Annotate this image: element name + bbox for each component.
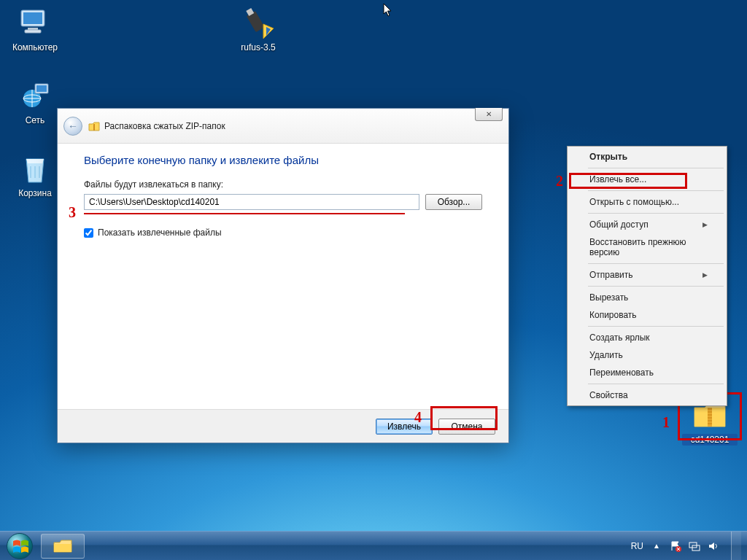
ctx-send-to[interactable]: Отправить▶ bbox=[569, 266, 725, 284]
taskbar: RU ▲ bbox=[0, 531, 747, 560]
network-icon bbox=[18, 79, 53, 114]
svg-rect-7 bbox=[36, 85, 47, 92]
desktop-icon-label: Сеть bbox=[7, 115, 63, 125]
system-tray: RU ▲ bbox=[625, 532, 747, 561]
svg-rect-1 bbox=[23, 12, 42, 24]
browse-button[interactable]: Обзор... bbox=[425, 194, 482, 210]
wizard-body: Выберите конечную папку и извлеките файл… bbox=[58, 144, 508, 443]
cancel-button[interactable]: Отмена bbox=[438, 419, 495, 435]
desktop-icon-network[interactable]: Сеть bbox=[7, 79, 63, 125]
desktop-icon-label: Корзина bbox=[7, 188, 63, 198]
context-menu: Открыть Извлечь все... Открыть с помощью… bbox=[567, 146, 727, 406]
annotation-number-3: 3 bbox=[69, 205, 76, 219]
annotation-number-1: 1 bbox=[662, 415, 670, 429]
desktop-icon-recycle[interactable]: Корзина bbox=[7, 152, 63, 198]
wizard-titlebar[interactable]: ← Распаковка сжатых ZIP-папок ✕ bbox=[58, 109, 508, 144]
ctx-rename[interactable]: Переименовать bbox=[569, 364, 725, 381]
wizard-footer: Извлечь Отмена bbox=[58, 409, 508, 443]
show-files-checkbox-row[interactable]: Показать извлеченные файлы bbox=[84, 228, 482, 238]
volume-tray-icon[interactable] bbox=[708, 540, 719, 552]
show-desktop-button[interactable] bbox=[731, 532, 741, 561]
extract-wizard-window: ← Распаковка сжатых ZIP-папок ✕ Выберите… bbox=[57, 108, 509, 443]
svg-rect-3 bbox=[25, 30, 41, 33]
tray-show-hidden-icon[interactable]: ▲ bbox=[651, 540, 662, 552]
close-button[interactable]: ✕ bbox=[475, 108, 503, 121]
submenu-arrow-icon: ▶ bbox=[703, 271, 708, 279]
extract-button[interactable]: Извлечь bbox=[376, 419, 433, 435]
wizard-heading: Выберите конечную папку и извлеките файл… bbox=[84, 154, 482, 166]
show-files-label: Показать извлеченные файлы bbox=[98, 228, 222, 238]
ctx-create-shortcut[interactable]: Создать ярлык bbox=[569, 329, 725, 346]
windows-logo-icon bbox=[7, 533, 33, 559]
annotation-number-4b: 4 bbox=[414, 410, 422, 424]
desktop-icon-label: rufus-3.5 bbox=[231, 42, 286, 52]
ctx-restore[interactable]: Восстановить прежнюю версию bbox=[569, 233, 725, 261]
start-button[interactable] bbox=[0, 532, 39, 561]
desktop-icon-label: Компьютер bbox=[7, 42, 63, 52]
ctx-copy[interactable]: Копировать bbox=[569, 306, 725, 324]
back-arrow-icon: ← bbox=[68, 120, 78, 132]
ctx-share[interactable]: Общий доступ▶ bbox=[569, 216, 725, 233]
desktop-icon-computer[interactable]: Компьютер bbox=[7, 6, 63, 52]
svg-rect-11 bbox=[93, 124, 95, 131]
close-icon: ✕ bbox=[486, 110, 492, 118]
folder-icon bbox=[53, 538, 73, 554]
desktop-icon-rufus[interactable]: rufus-3.5 bbox=[231, 6, 286, 52]
mouse-cursor-icon bbox=[383, 3, 393, 18]
ctx-cut[interactable]: Вырезать bbox=[569, 289, 725, 306]
network-tray-icon[interactable] bbox=[689, 540, 700, 552]
ctx-separator bbox=[588, 384, 724, 384]
ctx-separator bbox=[588, 190, 724, 191]
annotation-underline bbox=[84, 213, 405, 214]
recycle-bin-icon bbox=[18, 152, 53, 187]
computer-icon bbox=[18, 6, 53, 41]
back-button[interactable]: ← bbox=[63, 117, 82, 136]
desktop-icon-label: cd140201 bbox=[682, 434, 738, 446]
wizard-title: Распаковка сжатых ZIP-папок bbox=[88, 120, 225, 132]
usb-drive-icon bbox=[241, 6, 276, 41]
destination-label: Файлы будут извлекаться в папку: bbox=[84, 179, 482, 190]
language-indicator[interactable]: RU bbox=[631, 541, 643, 551]
taskbar-explorer-button[interactable] bbox=[41, 534, 85, 559]
ctx-separator bbox=[588, 213, 724, 214]
destination-path-input[interactable] bbox=[84, 194, 419, 210]
show-files-checkbox[interactable] bbox=[84, 228, 93, 238]
ctx-open-with[interactable]: Открыть с помощью... bbox=[569, 193, 725, 211]
ctx-separator bbox=[588, 326, 724, 327]
ctx-open[interactable]: Открыть bbox=[569, 148, 725, 166]
wizard-title-text: Распаковка сжатых ZIP-папок bbox=[104, 121, 225, 131]
zip-folder-small-icon bbox=[88, 120, 100, 132]
action-center-flag-icon[interactable] bbox=[670, 540, 681, 552]
ctx-separator bbox=[588, 168, 724, 168]
ctx-properties[interactable]: Свойства bbox=[569, 386, 725, 404]
submenu-arrow-icon: ▶ bbox=[703, 221, 708, 228]
ctx-delete[interactable]: Удалить bbox=[569, 346, 725, 364]
ctx-extract-all[interactable]: Извлечь все... bbox=[569, 171, 725, 188]
ctx-separator bbox=[588, 286, 724, 287]
annotation-number-2: 2 bbox=[556, 174, 563, 188]
ctx-separator bbox=[588, 263, 724, 264]
